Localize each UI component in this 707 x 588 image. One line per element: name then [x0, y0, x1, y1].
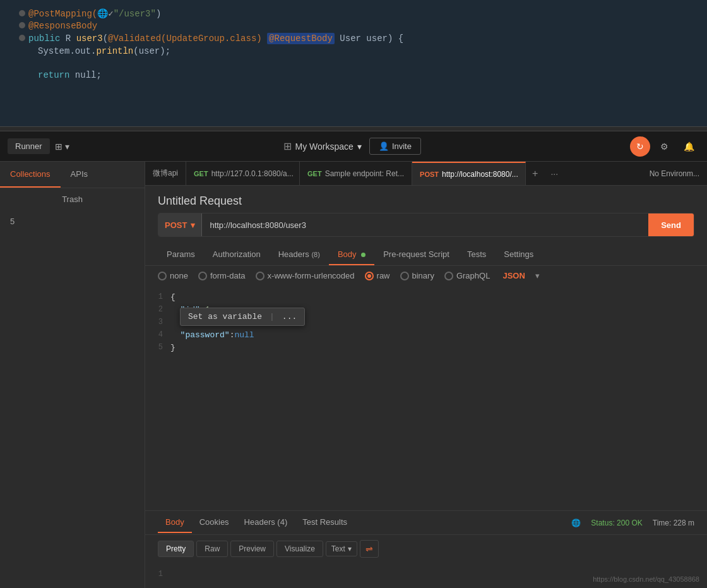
- req-tab-params[interactable]: Params: [158, 244, 204, 265]
- tab-localhost-method: POST: [420, 171, 439, 178]
- set-variable-label[interactable]: Set as variable: [188, 312, 262, 321]
- sidebar-tab-apis[interactable]: APIs: [61, 162, 98, 188]
- top-nav: Runner ⊞ ▾ ⊞ My Workspace ▾ 👤 Invite ↻ ⚙…: [0, 131, 707, 162]
- code-line-5: [19, 58, 688, 68]
- req-tab-pre-script[interactable]: Pre-request Script: [374, 244, 458, 265]
- line-num-5: 5: [145, 343, 170, 352]
- fmt-pretty-button[interactable]: Pretty: [158, 541, 194, 557]
- tabs-bar: 微博api GET http://127.0.0.1:8080/a... GET…: [145, 162, 707, 186]
- radio-form-data[interactable]: form-data: [198, 271, 246, 280]
- radio-form-data-label: form-data: [210, 271, 246, 280]
- res-line-num-1: 1: [145, 570, 170, 579]
- gutter-dot: [19, 10, 25, 16]
- editor-line-5: 5 }: [145, 341, 707, 354]
- settings-icon-button[interactable]: ⚙: [655, 138, 674, 155]
- radio-none[interactable]: none: [158, 271, 188, 280]
- editor-line-4: 4 "password":null: [145, 328, 707, 341]
- fmt-text-select[interactable]: Text ▾: [326, 541, 357, 556]
- workspace-chevron-icon: ▾: [357, 141, 362, 152]
- body-options: none form-data x-www-form-urlencoded raw…: [145, 266, 707, 285]
- tab-sample[interactable]: GET Sample endpoint: Ret...: [300, 162, 412, 186]
- refresh-button[interactable]: ↻: [630, 136, 650, 157]
- nav-center: ⊞ My Workspace ▾ 👤 Invite: [74, 138, 630, 155]
- res-tab-cookies[interactable]: Cookies: [192, 512, 237, 533]
- headers-label: Headers: [278, 249, 312, 259]
- sidebar-trash[interactable]: Trash: [0, 188, 145, 210]
- fmt-raw-button[interactable]: Raw: [196, 541, 228, 557]
- response-status: 🌐 Status: 200 OK Time: 228 m: [571, 519, 694, 527]
- tab-localhost[interactable]: POST http://localhost:8080/...: [412, 162, 526, 186]
- sidebar-tabs: Collections APIs: [0, 162, 145, 188]
- url-bar: POST ▾ Send: [158, 213, 694, 237]
- body-label: Body: [338, 249, 357, 259]
- req-tab-headers[interactable]: Headers (8): [270, 244, 329, 265]
- tab-weibo-label: 微博api: [153, 168, 178, 179]
- divider: [0, 126, 707, 131]
- radio-graphql-label: GraphQL: [456, 271, 490, 280]
- req-tab-body[interactable]: Body: [329, 244, 374, 265]
- code-line-3: public R user3(@Validated(UpdateGroup.cl…: [19, 33, 688, 44]
- line-num-3: 3: [145, 318, 170, 327]
- request-nav-tabs: Params Authorization Headers (8) Body Pr…: [145, 244, 707, 266]
- method-select[interactable]: POST ▾: [158, 213, 202, 236]
- tab-sample-method: GET: [307, 170, 322, 177]
- request-title: Untitled Request: [145, 186, 707, 213]
- method-chevron-icon: ▾: [191, 220, 195, 230]
- req-tab-settings[interactable]: Settings: [495, 244, 542, 265]
- app-container: Runner ⊞ ▾ ⊞ My Workspace ▾ 👤 Invite ↻ ⚙…: [0, 131, 707, 588]
- radio-raw[interactable]: raw: [365, 271, 390, 280]
- tab-add-button[interactable]: +: [526, 168, 544, 179]
- invite-icon: 👤: [379, 141, 389, 151]
- fmt-text-label: Text: [331, 544, 345, 553]
- sidebar-tab-collections[interactable]: Collections: [0, 162, 61, 188]
- code-editor[interactable]: Set as variable | ... 1 { 2 "id":1, 3: [145, 285, 707, 510]
- line-num-2: 2: [145, 305, 170, 314]
- no-environment-label: No Environm...: [642, 169, 707, 178]
- context-menu: Set as variable | ...: [180, 308, 305, 326]
- json-dropdown[interactable]: ▾: [535, 271, 540, 280]
- main-content: Collections APIs Trash 5 微博api GET http:…: [0, 162, 707, 588]
- runner-button[interactable]: Runner: [8, 138, 50, 154]
- radio-binary[interactable]: binary: [400, 271, 434, 280]
- res-tab-body[interactable]: Body: [158, 512, 192, 533]
- url-input[interactable]: [202, 213, 648, 236]
- line-num-1: 1: [145, 292, 170, 301]
- res-tab-headers[interactable]: Headers (4): [237, 512, 295, 533]
- invite-button[interactable]: 👤 Invite: [369, 138, 421, 155]
- tab-127-label: http://127.0.0.1:8080/a...: [211, 169, 294, 178]
- res-tab-test-results[interactable]: Test Results: [295, 512, 355, 533]
- line-1-content: {: [170, 292, 175, 302]
- code-line-2: @ResponseBody: [19, 21, 688, 31]
- radio-urlencoded[interactable]: x-www-form-urlencoded: [256, 271, 355, 280]
- code-line-6: return null;: [19, 70, 688, 80]
- req-tab-tests[interactable]: Tests: [458, 244, 495, 265]
- fmt-wrap-button[interactable]: ⇌: [360, 540, 379, 558]
- tab-more-button[interactable]: ···: [544, 169, 564, 179]
- panel-toggle-button[interactable]: ⊞ ▾: [50, 138, 74, 155]
- req-tab-auth[interactable]: Authorization: [204, 244, 270, 265]
- gutter-dot: [19, 35, 25, 41]
- radio-none-label: none: [170, 271, 188, 280]
- radio-none-dot: [158, 272, 167, 280]
- send-button[interactable]: Send: [648, 213, 694, 236]
- tab-weibo[interactable]: 微博api: [145, 162, 186, 186]
- method-label: POST: [165, 220, 187, 230]
- fmt-preview-button[interactable]: Preview: [230, 541, 274, 557]
- notification-button[interactable]: 🔔: [679, 138, 699, 155]
- nav-right: ↻ ⚙ 🔔: [630, 136, 699, 157]
- json-badge: JSON: [502, 271, 525, 280]
- response-format-bar: Pretty Raw Preview Visualize Text ▾ ⇌: [145, 535, 707, 563]
- context-more-label[interactable]: ...: [282, 312, 297, 321]
- workspace-icon: ⊞: [283, 140, 292, 152]
- radio-form-data-dot: [198, 272, 207, 280]
- workspace-button[interactable]: ⊞ My Workspace ▾: [283, 140, 362, 152]
- fmt-visualize-button[interactable]: Visualize: [276, 541, 323, 557]
- response-tabs-bar: Body Cookies Headers (4) Test Results 🌐 …: [145, 511, 707, 535]
- editor-line-1: 1 {: [145, 291, 707, 303]
- tab-127[interactable]: GET http://127.0.0.1:8080/a...: [186, 162, 300, 186]
- radio-graphql-dot: [444, 272, 453, 280]
- radio-graphql[interactable]: GraphQL: [444, 271, 490, 280]
- radio-urlencoded-label: x-www-form-urlencoded: [268, 271, 355, 280]
- code-line-4: System.out.println(user);: [19, 46, 688, 56]
- status-label: Status: 200 OK: [591, 519, 642, 527]
